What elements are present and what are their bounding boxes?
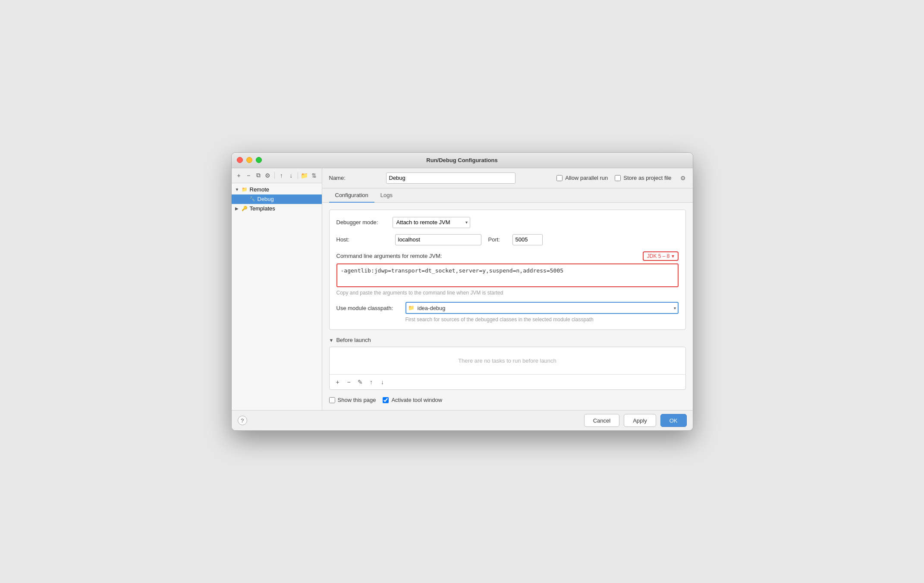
templates-label: Templates: [250, 205, 275, 212]
config-header: Name: Allow parallel run Store as projec…: [322, 168, 693, 188]
host-label: Host:: [336, 236, 388, 243]
titlebar: Run/Debug Configurations: [232, 153, 693, 168]
apply-button[interactable]: Apply: [624, 414, 656, 427]
page-options: Show this page Activate tool window: [329, 397, 686, 403]
maximize-button[interactable]: [256, 157, 262, 163]
sort-button[interactable]: ⇅: [310, 171, 318, 180]
before-launch-header: ▼ Before launch: [329, 337, 686, 343]
arrow-up-button[interactable]: ↑: [277, 171, 285, 180]
jdk-badge-label: JDK 5 – 8: [647, 253, 670, 259]
allow-parallel-group: Allow parallel run: [556, 175, 608, 181]
before-launch-toolbar: + − ✎ ↑ ↓: [330, 374, 685, 389]
add-config-button[interactable]: +: [235, 171, 243, 180]
before-launch-remove-button[interactable]: −: [344, 377, 354, 387]
jdk-badge-button[interactable]: JDK 5 – 8 ▾: [643, 251, 679, 261]
activate-window-group: Activate tool window: [383, 397, 442, 403]
remote-label: Remote: [250, 186, 270, 193]
help-button[interactable]: ?: [238, 416, 247, 425]
window-title: Run/Debug Configurations: [426, 157, 497, 163]
debug-label: Debug: [258, 196, 274, 202]
window-footer: ? Cancel Apply OK: [232, 410, 693, 430]
host-input[interactable]: [395, 234, 481, 245]
store-project-group: Store as project file: [615, 175, 671, 181]
cmd-textarea-wrapper: [336, 263, 679, 287]
debug-config-icon: 🔧: [249, 196, 256, 203]
before-launch-add-button[interactable]: +: [333, 377, 343, 387]
tab-logs[interactable]: Logs: [374, 188, 399, 203]
debugger-mode-select-wrapper: Attach to remote JVM Listen to remote JV…: [393, 217, 470, 228]
before-launch-edit-button[interactable]: ✎: [355, 377, 365, 387]
port-label: Port:: [488, 236, 506, 243]
toolbar-divider-2: [298, 172, 298, 179]
bottom-actions: Cancel Apply OK: [584, 414, 687, 427]
cmd-hint: Copy and paste the arguments to the comm…: [336, 290, 679, 296]
minimize-button[interactable]: [246, 157, 252, 163]
templates-arrow: ▶: [235, 206, 241, 211]
remove-config-button[interactable]: −: [245, 171, 252, 180]
main-panel: Name: Allow parallel run Store as projec…: [322, 168, 693, 410]
remote-folder-icon: 📁: [241, 186, 248, 193]
tabs-bar: Configuration Logs: [322, 188, 693, 203]
jdk-dropdown-icon: ▾: [672, 253, 674, 259]
cmd-textarea[interactable]: [341, 267, 674, 282]
toolbar-divider-1: [274, 172, 275, 179]
sidebar-toolbar: + − ⧉ ⚙ ↑ ↓ 📁 ⇅: [232, 168, 322, 183]
port-input[interactable]: [512, 234, 543, 245]
before-launch-body: There are no tasks to run before launch …: [329, 347, 686, 390]
debugger-mode-select[interactable]: Attach to remote JVM Listen to remote JV…: [393, 217, 470, 228]
config-tree: ▼ 📁 Remote 🔧 Debug ▶ 🔑 Templates: [232, 183, 322, 410]
cmd-label-row: Command line arguments for remote JVM: J…: [336, 251, 679, 261]
debugger-mode-row: Debugger mode: Attach to remote JVM List…: [336, 217, 679, 228]
window-controls: [237, 157, 262, 163]
store-project-label: Store as project file: [623, 175, 671, 181]
show-page-checkbox[interactable]: [329, 397, 335, 403]
sidebar-item-templates[interactable]: ▶ 🔑 Templates: [232, 204, 322, 213]
sidebar-item-remote[interactable]: ▼ 📁 Remote: [232, 185, 322, 194]
settings-button[interactable]: ⚙: [264, 171, 272, 180]
name-input[interactable]: [386, 172, 515, 184]
store-project-checkbox[interactable]: [615, 175, 621, 181]
show-page-group: Show this page: [329, 397, 376, 403]
allow-parallel-checkbox[interactable]: [556, 175, 563, 181]
activate-window-label: Activate tool window: [391, 397, 442, 403]
before-launch-section: ▼ Before launch There are no tasks to ru…: [329, 337, 686, 390]
close-button[interactable]: [237, 157, 243, 163]
module-classpath-hint: First search for sources of the debugged…: [336, 317, 679, 323]
gear-icon[interactable]: ⚙: [680, 175, 686, 182]
cancel-button[interactable]: Cancel: [584, 414, 619, 427]
remote-arrow: ▼: [235, 187, 241, 192]
tab-configuration[interactable]: Configuration: [329, 188, 374, 203]
main-config-card: Debugger mode: Attach to remote JVM List…: [329, 210, 686, 330]
module-classpath-select[interactable]: idea-debug: [405, 302, 679, 314]
copy-config-button[interactable]: ⧉: [254, 171, 262, 180]
allow-parallel-label: Allow parallel run: [565, 175, 608, 181]
ok-button[interactable]: OK: [660, 414, 687, 427]
before-launch-up-button[interactable]: ↑: [367, 377, 376, 387]
module-classpath-label: Use module classpath:: [336, 305, 401, 311]
before-launch-label: Before launch: [336, 337, 371, 343]
debugger-mode-label: Debugger mode:: [336, 219, 388, 226]
module-select-wrapper: 📁 idea-debug ▾: [405, 302, 679, 314]
before-launch-toggle-icon[interactable]: ▼: [329, 338, 334, 343]
folder-button[interactable]: 📁: [301, 171, 308, 180]
activate-window-checkbox[interactable]: [383, 397, 389, 403]
main-window: Run/Debug Configurations + − ⧉ ⚙ ↑ ↓ 📁 ⇅…: [231, 152, 693, 431]
cmd-section: Command line arguments for remote JVM: J…: [336, 251, 679, 296]
sidebar: + − ⧉ ⚙ ↑ ↓ 📁 ⇅ ▼ 📁 Remote: [232, 168, 322, 410]
sidebar-item-debug[interactable]: 🔧 Debug: [232, 194, 322, 204]
templates-icon: 🔑: [241, 205, 248, 212]
arrow-down-button[interactable]: ↓: [287, 171, 295, 180]
host-port-row: Host: Port:: [336, 234, 679, 245]
module-row: Use module classpath: 📁 idea-debug ▾: [336, 302, 679, 314]
content-area: + − ⧉ ⚙ ↑ ↓ 📁 ⇅ ▼ 📁 Remote: [232, 168, 693, 410]
before-launch-empty-text: There are no tasks to run before launch: [330, 347, 685, 374]
before-launch-down-button[interactable]: ↓: [378, 377, 387, 387]
name-label: Name:: [329, 175, 381, 181]
show-page-label: Show this page: [338, 397, 376, 403]
header-right: Allow parallel run Store as project file…: [556, 175, 685, 182]
cmd-label: Command line arguments for remote JVM:: [336, 253, 442, 259]
config-panel: Debugger mode: Attach to remote JVM List…: [322, 203, 693, 410]
